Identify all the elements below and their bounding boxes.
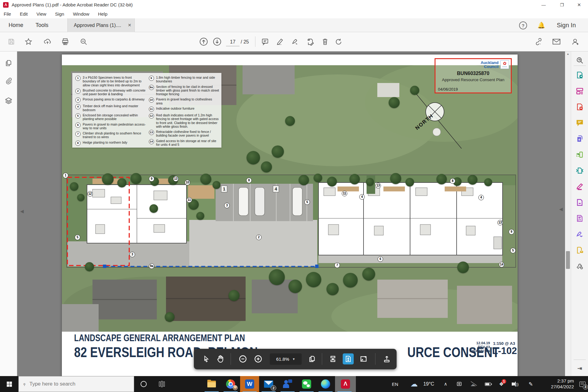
vertical-scrollbar[interactable]: ▲	[565, 51, 571, 376]
tab-tools[interactable]: Tools	[29, 18, 55, 32]
email-icon[interactable]	[551, 36, 562, 47]
hand-pan-icon[interactable]	[215, 353, 226, 364]
cloud-upload-icon[interactable]	[42, 36, 53, 47]
plan-marker-9: 9	[509, 229, 514, 235]
search-icon[interactable]	[78, 36, 89, 47]
taskbar-search[interactable]: ⌕	[18, 376, 134, 392]
maximize-button[interactable]: ❐	[555, 0, 569, 10]
menu-window[interactable]: Window	[69, 10, 93, 18]
teams-icon	[283, 379, 292, 389]
save-icon[interactable]	[6, 36, 17, 47]
star-favorites-icon[interactable]	[23, 36, 34, 47]
add-user-avatar-icon[interactable]	[570, 36, 581, 47]
battery-icon[interactable]	[483, 376, 493, 392]
zoom-out-icon[interactable]	[237, 353, 248, 364]
scrolling-mode-icon[interactable]	[327, 353, 338, 364]
floatbar-divider	[231, 353, 231, 365]
minimize-button[interactable]: —	[537, 0, 551, 10]
scroll-up-icon[interactable]: ▲	[565, 51, 571, 57]
next-page-icon[interactable]	[212, 36, 222, 47]
plan-marker-8: 8	[246, 178, 252, 183]
export-pdf-icon[interactable]	[575, 70, 584, 80]
start-button[interactable]	[0, 376, 18, 392]
windows-taskbar: ⌕ W 2	[0, 376, 588, 392]
action-center-icon[interactable]: 3	[577, 376, 588, 392]
page-number-input[interactable]	[226, 38, 239, 46]
device-cast-icon[interactable]	[454, 376, 464, 392]
notifications-bell-icon[interactable]: 🔔	[537, 21, 545, 29]
taskbar-acrobat-active[interactable]: Λ	[335, 376, 356, 392]
acrobat-window: Λ Approved Plans (1).pdf - Adobe Acrobat…	[0, 0, 588, 392]
sign-in-button[interactable]: Sign In	[557, 18, 576, 32]
delete-trash-icon[interactable]	[320, 36, 330, 47]
print-icon[interactable]	[60, 36, 70, 47]
volume-icon[interactable]: ))	[510, 376, 521, 392]
stamp-page-icon[interactable]	[305, 36, 315, 47]
show-hidden-icons-chevron[interactable]: ∧	[441, 376, 450, 392]
organize-pages-icon[interactable]	[575, 150, 584, 159]
layers-icon[interactable]	[4, 96, 13, 106]
language-indicator[interactable]: EN	[389, 376, 401, 392]
zoom-level-dropdown[interactable]: 61.8% ▼	[270, 353, 302, 365]
prepare-form-icon[interactable]	[575, 214, 584, 223]
toolbar-divider	[255, 36, 255, 47]
tab-home[interactable]: Home	[2, 18, 29, 32]
redact-page-icon[interactable]	[575, 198, 584, 207]
cortana-button[interactable]	[134, 376, 153, 392]
previous-page-icon[interactable]	[198, 36, 209, 47]
scrollbar-thumb[interactable]	[566, 251, 570, 269]
share-upload-icon[interactable]	[381, 353, 392, 364]
onedrive-icon[interactable]: ☁	[469, 376, 478, 392]
rotate-icon[interactable]	[333, 36, 344, 47]
menu-help[interactable]: Help	[94, 10, 111, 18]
zoom-in-icon[interactable]	[253, 353, 264, 364]
temperature-label[interactable]: 19°C	[421, 376, 437, 392]
menu-file[interactable]: File	[0, 10, 15, 18]
search-document-icon[interactable]	[575, 56, 584, 65]
help-icon[interactable]: ?	[519, 21, 527, 29]
weather-cloud-icon[interactable]: ☁	[409, 376, 420, 392]
taskbar-wechat[interactable]	[297, 376, 316, 392]
taskbar-mail[interactable]: 2	[259, 376, 278, 392]
full-screen-icon[interactable]	[358, 353, 369, 364]
fill-sign-icon[interactable]	[575, 182, 584, 191]
combine-files-icon[interactable]	[575, 134, 584, 143]
create-pdf-icon[interactable]	[575, 102, 584, 111]
taskbar-clock[interactable]: 2:37 pm 27/04/2022	[538, 376, 574, 392]
menu-edit[interactable]: Edit	[16, 10, 32, 18]
taskbar-search-input[interactable]	[29, 381, 115, 387]
taskbar-edge[interactable]	[316, 376, 335, 392]
taskbar-file-explorer[interactable]	[202, 376, 221, 392]
fit-page-active-icon[interactable]	[343, 353, 354, 364]
close-button[interactable]: ✕	[572, 0, 586, 10]
open-tools-pane-icon[interactable]: ⇥	[575, 364, 584, 373]
menu-sign[interactable]: Sign	[51, 10, 68, 18]
zoom-level-value: 61.8%	[276, 356, 289, 362]
tab-document[interactable]: Approved Plans (1).... ✕	[67, 18, 135, 32]
compress-pdf-icon[interactable]	[575, 166, 584, 175]
dropbox-icon[interactable]: ❖ 1	[496, 376, 507, 392]
taskbar-chrome[interactable]	[221, 376, 240, 392]
taskbar-teams[interactable]	[278, 376, 297, 392]
menu-view[interactable]: View	[33, 10, 50, 18]
collapse-left-panel-icon[interactable]: ◀	[20, 209, 24, 214]
page-view-copy-icon[interactable]	[307, 353, 318, 364]
tab-close-icon[interactable]: ✕	[128, 18, 131, 32]
page-thumbnails-icon[interactable]	[4, 58, 13, 68]
comment-icon[interactable]	[260, 36, 270, 47]
sign-pen-icon[interactable]	[290, 36, 300, 47]
more-tools-wrench-icon[interactable]	[575, 262, 584, 271]
attachments-paperclip-icon[interactable]	[4, 76, 13, 86]
edit-pdf-icon[interactable]	[575, 86, 584, 96]
comment-tool-icon[interactable]	[575, 118, 584, 127]
task-view-button[interactable]	[153, 376, 170, 392]
request-signatures-icon[interactable]	[575, 246, 584, 255]
pen-input-icon[interactable]: ✎	[526, 376, 535, 392]
highlighter-icon[interactable]	[274, 36, 285, 47]
taskbar-word[interactable]: W	[240, 376, 259, 392]
share-link-icon[interactable]	[533, 36, 544, 47]
consent-plan-label: Approved Resource Consent Plan	[435, 77, 511, 82]
certificates-pen-icon[interactable]	[575, 230, 584, 239]
select-cursor-icon[interactable]	[201, 353, 212, 364]
collapse-right-panel-icon[interactable]: ◀	[559, 206, 563, 212]
